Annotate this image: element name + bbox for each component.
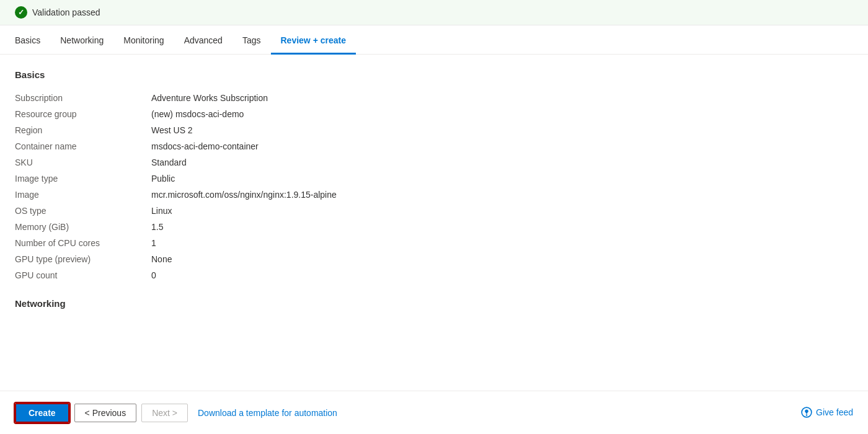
table-row: Memory (GiB) 1.5: [15, 219, 853, 235]
table-row: Subscription Adventure Works Subscriptio…: [15, 90, 853, 106]
tab-monitoring[interactable]: Monitoring: [113, 25, 174, 55]
field-label: Region: [15, 122, 151, 138]
field-label: Resource group: [15, 106, 151, 122]
field-value: mcr.microsoft.com/oss/nginx/nginx:1.9.15…: [151, 187, 853, 203]
field-label: Image: [15, 187, 151, 203]
table-row: Image mcr.microsoft.com/oss/nginx/nginx:…: [15, 187, 853, 203]
previous-button[interactable]: < Previous: [74, 404, 137, 422]
check-circle-icon: [15, 6, 27, 19]
table-row: Number of CPU cores 1: [15, 235, 853, 251]
networking-section: Networking: [15, 298, 853, 309]
give-feedback-button[interactable]: Give feed: [801, 391, 853, 434]
field-label: GPU type (preview): [15, 251, 151, 267]
basics-heading: Basics: [15, 69, 853, 80]
field-value: 0: [151, 267, 853, 283]
field-value: (new) msdocs-aci-demo: [151, 106, 853, 122]
table-row: Region West US 2: [15, 122, 853, 138]
svg-rect-1: [806, 414, 807, 415]
basics-fields-table: Subscription Adventure Works Subscriptio…: [15, 90, 853, 283]
field-label: GPU count: [15, 267, 151, 283]
create-button[interactable]: Create: [15, 403, 69, 423]
feedback-icon: [801, 407, 812, 418]
networking-heading: Networking: [15, 298, 853, 309]
field-label: Container name: [15, 138, 151, 154]
tab-basics[interactable]: Basics: [15, 25, 50, 55]
automation-link[interactable]: Download a template for automation: [198, 408, 337, 418]
field-value: Adventure Works Subscription: [151, 90, 853, 106]
bottom-bar: Create < Previous Next > Download a temp…: [0, 391, 868, 434]
field-value: 1: [151, 235, 853, 251]
give-feedback-label: Give feed: [816, 407, 853, 417]
table-row: Container name msdocs-aci-demo-container: [15, 138, 853, 154]
table-row: GPU count 0: [15, 267, 853, 283]
tab-networking[interactable]: Networking: [50, 25, 113, 55]
field-label: Image type: [15, 170, 151, 187]
table-row: Resource group (new) msdocs-aci-demo: [15, 106, 853, 122]
main-content: Basics Subscription Adventure Works Subs…: [0, 55, 868, 392]
field-value: Linux: [151, 203, 853, 219]
tab-review-create[interactable]: Review + create: [271, 25, 356, 55]
table-row: OS type Linux: [15, 203, 853, 219]
basics-section: Basics Subscription Adventure Works Subs…: [15, 69, 853, 283]
field-value: Standard: [151, 154, 853, 170]
field-value: msdocs-aci-demo-container: [151, 138, 853, 154]
validation-text: Validation passed: [32, 7, 100, 17]
table-row: SKU Standard: [15, 154, 853, 170]
field-label: SKU: [15, 154, 151, 170]
field-label: Subscription: [15, 90, 151, 106]
validation-banner: Validation passed: [0, 0, 868, 25]
field-value: 1.5: [151, 219, 853, 235]
field-value: West US 2: [151, 122, 853, 138]
tab-bar: Basics Networking Monitoring Advanced Ta…: [0, 25, 868, 55]
table-row: Image type Public: [15, 170, 853, 187]
field-label: Memory (GiB): [15, 219, 151, 235]
next-button[interactable]: Next >: [141, 404, 188, 422]
field-label: Number of CPU cores: [15, 235, 151, 251]
tab-tags[interactable]: Tags: [232, 25, 271, 55]
field-label: OS type: [15, 203, 151, 219]
field-value: None: [151, 251, 853, 267]
field-value: Public: [151, 170, 853, 187]
tab-advanced[interactable]: Advanced: [174, 25, 232, 55]
table-row: GPU type (preview) None: [15, 251, 853, 267]
